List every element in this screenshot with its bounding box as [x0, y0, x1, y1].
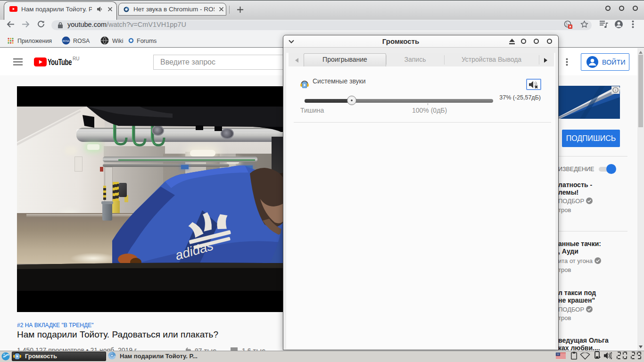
svg-text:ROSA: ROSA	[63, 40, 70, 42]
